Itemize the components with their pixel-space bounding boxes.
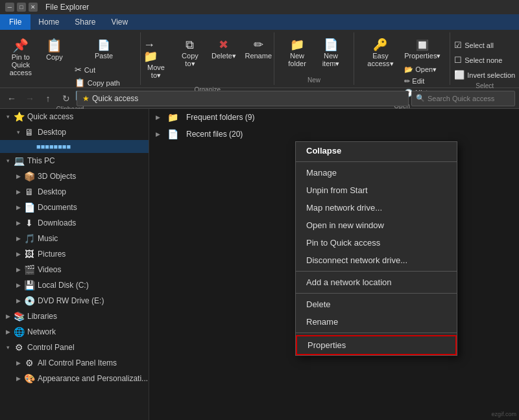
sidebar-item-thispc[interactable]: ▾ 💻 This PC xyxy=(0,153,149,169)
sidebar-item-network[interactable]: ▶ 🌐 Network xyxy=(0,324,149,340)
edit-ribbon-button[interactable]: ✏ Edit xyxy=(402,76,443,87)
sidebar-item-music[interactable]: ▶ 🎵 Music xyxy=(0,231,149,246)
open-ribbon-button[interactable]: 📂 Open▾ xyxy=(402,64,443,75)
copy-path-label: Copy path xyxy=(88,79,120,87)
select-all-button[interactable]: ☑ Select all xyxy=(452,39,518,51)
expand-quickaccess-icon: ▾ xyxy=(3,113,13,120)
expand-network-icon: ▶ xyxy=(3,329,13,335)
ctx-mapnetworkdrive[interactable]: Map network drive... xyxy=(296,199,457,216)
ctx-sep4 xyxy=(296,332,457,333)
watermark: ezgif.com xyxy=(491,411,516,417)
ctx-unpinfromstart[interactable]: Unpin from Start xyxy=(296,181,457,199)
sidebar-item-controlpanel[interactable]: ▾ ⚙ Control Panel xyxy=(0,340,149,355)
localdisk-icon: 💾 xyxy=(23,279,35,291)
sidebar-item-desktop2[interactable]: ▶ 🖥 Desktop xyxy=(0,184,149,200)
copy-button[interactable]: 📋 Copy xyxy=(38,36,71,64)
desktop-selected-label: ■■■■■■■■ xyxy=(34,142,73,151)
new-item-button[interactable]: 📄 New item▾ xyxy=(315,36,347,71)
ctx-delete[interactable]: Delete xyxy=(296,296,457,313)
quickaccess-label: Quick access xyxy=(27,112,73,121)
delete-label: Delete▾ xyxy=(211,52,236,60)
menu-file[interactable]: File xyxy=(0,14,30,30)
refresh-button[interactable]: ↻ xyxy=(58,91,74,106)
appearance-icon: 🎨 xyxy=(23,373,35,384)
cut-button[interactable]: ✂ Cut xyxy=(72,64,136,76)
3dobjects-icon: 📦 xyxy=(23,170,35,182)
move-to-button[interactable]: →📁 Moveto▾ xyxy=(139,36,173,82)
rename-button[interactable]: ✏ Rename xyxy=(241,36,276,62)
ctx-properties[interactable]: Properties xyxy=(296,335,457,355)
easy-access-button[interactable]: 🔑 Easy access▾ xyxy=(361,36,401,71)
invert-selection-button[interactable]: ⬜ Invert selection xyxy=(452,69,518,81)
sidebar-item-videos[interactable]: ▶ 🎬 Videos xyxy=(0,262,149,277)
frequent-folders-item[interactable]: ▶ 📁 Frequent folders (9) xyxy=(149,109,519,126)
title-bar-title: File Explorer xyxy=(45,3,89,12)
ctx-rename[interactable]: Rename xyxy=(296,313,457,331)
ctx-pintoquickaccess[interactable]: Pin to Quick access xyxy=(296,234,457,251)
sidebar-item-3dobjects[interactable]: ▶ 📦 3D Objects xyxy=(0,169,149,184)
ctx-collapse[interactable]: Collapse xyxy=(296,142,457,159)
pin-to-quick-access-button[interactable]: 📌 Pin to Quickaccess xyxy=(5,36,37,79)
paste-icon: 📄 xyxy=(97,40,110,51)
move-to-icon: →📁 xyxy=(143,39,169,62)
select-none-button[interactable]: ☐ Select none xyxy=(452,54,518,66)
controlpanel-icon: ⚙ xyxy=(13,342,25,353)
sidebar-item-appearance[interactable]: ▶ 🎨 Appearance and Personalizati... xyxy=(0,371,149,386)
localdisk-label: Local Disk (C:) xyxy=(38,281,89,290)
music-label: Music xyxy=(38,234,58,243)
ribbon-group-select: ☑ Select all ☐ Select none ⬜ Invert sele… xyxy=(450,32,519,85)
sidebar-item-dvdrw[interactable]: ▶ 💿 DVD RW Drive (E:) xyxy=(0,293,149,309)
ctx-disconnectnetworkdrive[interactable]: Disconnect network drive... xyxy=(296,251,457,269)
network-label: Network xyxy=(27,327,56,336)
search-box[interactable]: 🔍 Search Quick access xyxy=(411,91,515,106)
window-controls[interactable]: ─ □ ✕ xyxy=(5,3,38,12)
videos-icon: 🎬 xyxy=(23,264,35,275)
sidebar-item-downloads[interactable]: ▶ ⬇ Downloads xyxy=(0,215,149,231)
copy-to-button[interactable]: ⧉ Copyto▾ xyxy=(174,36,206,71)
sidebar-item-allcpitems[interactable]: ▶ ⚙ All Control Panel Items xyxy=(0,355,149,371)
ctx-manage[interactable]: Manage xyxy=(296,164,457,181)
search-icon: 🔍 xyxy=(416,94,425,102)
sidebar-item-libraries[interactable]: ▶ 📚 Libraries xyxy=(0,309,149,324)
sidebar: ▾ ⭐ Quick access ▾ 🖥 Desktop ■■■■■■■■ ▾ … xyxy=(0,109,149,420)
sidebar-item-pictures[interactable]: ▶ 🖼 Pictures xyxy=(0,246,149,262)
new-folder-button[interactable]: 📁 Newfolder xyxy=(281,36,313,70)
address-path[interactable]: ★ Quick access xyxy=(77,91,409,106)
back-button[interactable]: ← xyxy=(4,91,19,106)
ctx-sep2 xyxy=(296,271,457,272)
desktop2-label: Desktop xyxy=(38,187,66,196)
sidebar-item-quickaccess[interactable]: ▾ ⭐ Quick access xyxy=(0,109,149,124)
ctx-openinnewwindow[interactable]: Open in new window xyxy=(296,216,457,234)
recent-files-item[interactable]: ▶ 📄 Recent files (20) xyxy=(149,126,519,143)
sidebar-item-documents[interactable]: ▶ 📄 Documents xyxy=(0,200,149,215)
copy-path-button[interactable]: 📋 Copy path xyxy=(72,76,136,89)
expand-videos-icon: ▶ xyxy=(13,266,23,273)
dvdrw-icon: 💿 xyxy=(23,295,35,307)
properties-ribbon-button[interactable]: 🔲 Properties▾ xyxy=(402,39,443,62)
controlpanel-label: Control Panel xyxy=(27,343,75,352)
forward-button[interactable]: → xyxy=(22,91,38,106)
menu-home[interactable]: Home xyxy=(30,14,67,30)
expand-desktop2-icon: ▶ xyxy=(13,189,23,195)
close-icon[interactable]: ✕ xyxy=(29,3,38,12)
minimize-icon[interactable]: ─ xyxy=(5,3,14,12)
music-icon: 🎵 xyxy=(23,233,35,244)
copy-label: Copy xyxy=(46,53,63,61)
sidebar-item-desktop-selected[interactable]: ■■■■■■■■ xyxy=(0,140,149,153)
menu-share[interactable]: Share xyxy=(67,14,103,30)
ctx-addnetworklocation[interactable]: Add a network location xyxy=(296,274,457,291)
maximize-icon[interactable]: □ xyxy=(17,3,26,12)
menu-view[interactable]: View xyxy=(103,14,136,30)
sidebar-item-localdisk[interactable]: ▶ 💾 Local Disk (C:) xyxy=(0,277,149,293)
paste-button[interactable]: 📄 Paste xyxy=(72,39,136,61)
dvdrw-label: DVD RW Drive (E:) xyxy=(38,296,104,305)
expand-pictures-icon: ▶ xyxy=(13,251,23,257)
properties-ribbon-icon: 🔲 xyxy=(416,40,429,51)
select-group-label: Select xyxy=(476,81,494,89)
expand-libraries-icon: ▶ xyxy=(3,313,13,320)
open-ribbon-label: 📂 Open▾ xyxy=(404,65,437,74)
sidebar-item-desktop[interactable]: ▾ 🖥 Desktop xyxy=(0,124,149,140)
up-button[interactable]: ↑ xyxy=(40,91,56,106)
delete-button[interactable]: ✖ Delete▾ xyxy=(208,36,240,63)
address-bar: ← → ↑ ↻ ★ Quick access 🔍 Search Quick ac… xyxy=(0,88,519,109)
